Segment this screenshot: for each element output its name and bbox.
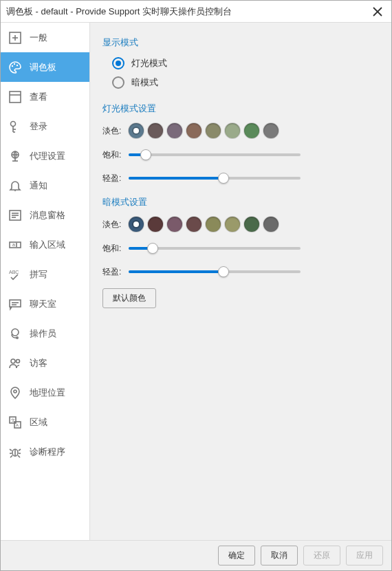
color-swatch[interactable] [244,217,259,232]
svg-line-42 [19,449,21,451]
svg-point-7 [17,64,18,65]
svg-point-33 [17,359,20,363]
default-colors-button[interactable]: 默认颜色 [102,288,156,308]
chat-icon [8,297,23,312]
radio-label: 暗模式 [131,76,158,89]
brightness-label: 轻盈: [102,266,129,278]
svg-point-31 [17,336,18,338]
restore-button[interactable]: 还原 [303,546,340,565]
sidebar-item-label: 查看 [30,91,47,103]
dark-brightness-row: 轻盈: [102,265,379,279]
spellcheck-icon: ABC [8,267,23,282]
bell-icon [8,178,23,193]
color-swatch[interactable] [148,217,163,232]
sidebar-item-label: 消息窗格 [30,209,65,222]
display-mode-title: 显示模式 [102,36,379,49]
sidebar-item-diagnostics[interactable]: 诊断程序 [1,437,89,466]
settings-window: 调色板 - default - Provide Support 实时聊天操作员控… [0,0,392,571]
sidebar-item-operators[interactable]: 操作员 [1,319,89,348]
ok-button[interactable]: 确定 [218,546,255,565]
color-swatch[interactable] [129,123,144,138]
dark-saturation-row: 饱和: [102,241,379,255]
svg-point-34 [14,390,17,393]
tint-label: 淡色: [102,125,129,137]
dark-saturation-slider[interactable] [129,241,301,255]
color-swatch[interactable] [206,217,221,232]
color-swatch[interactable] [263,123,279,138]
sidebar-item-view[interactable]: 查看 [1,82,89,111]
dark-brightness-slider[interactable] [129,265,301,279]
sidebar-item-label: 代理设置 [30,150,65,162]
svg-text:文: 文 [11,418,15,422]
sidebar-item-label: 访客 [30,357,47,369]
saturation-label: 饱和: [102,243,129,255]
sidebar-item-spelling[interactable]: ABC 拼写 [1,259,89,289]
palette-icon [8,60,23,75]
color-swatch[interactable] [263,217,279,232]
dark-tint-row: 淡色: [102,217,379,232]
body: 一般 调色板 查看 登录 代理设置 通知 [1,23,391,540]
sidebar-item-label: 聊天室 [30,298,56,310]
sidebar-item-label: 通知 [30,180,47,192]
light-settings-title: 灯光模式设置 [102,103,379,115]
sidebar-item-input-area[interactable]: a 输入区域 [1,230,89,259]
sidebar-item-label: 操作员 [30,327,56,340]
main-panel: 显示模式 灯光模式 暗模式 灯光模式设置 淡色: 饱和: [90,23,391,540]
cancel-button[interactable]: 取消 [261,546,298,565]
plus-square-icon [8,30,23,45]
sidebar-item-login[interactable]: 登录 [1,111,89,141]
svg-text:ABC: ABC [9,270,19,274]
users-icon [8,356,23,371]
svg-line-45 [10,455,12,457]
sidebar-item-label: 登录 [30,120,47,133]
translate-icon: 文A [8,415,23,430]
sidebar-item-label: 拼写 [30,268,47,281]
svg-rect-8 [10,91,21,103]
color-swatch[interactable] [148,123,163,138]
light-brightness-slider[interactable] [129,171,301,185]
svg-point-6 [14,63,15,64]
radio-dark-mode[interactable]: 暗模式 [112,76,379,89]
svg-line-46 [18,455,20,457]
color-swatch[interactable] [244,123,259,138]
sidebar-item-chatroom[interactable]: 聊天室 [1,289,89,319]
color-swatch[interactable] [186,123,202,138]
color-swatch[interactable] [167,123,182,138]
radio-light-mode[interactable]: 灯光模式 [112,57,379,69]
key-icon [8,119,23,134]
sidebar-item-label: 输入区域 [30,239,65,251]
color-swatch[interactable] [129,217,144,232]
sidebar-item-label: 调色板 [30,61,56,74]
sidebar-item-locale[interactable]: 文A 区域 [1,407,89,437]
close-button[interactable] [369,3,386,20]
color-swatch[interactable] [167,217,182,232]
radio-icon [112,76,124,89]
color-swatch[interactable] [225,123,240,138]
apply-button[interactable]: 应用 [346,546,383,565]
titlebar: 调色板 - default - Provide Support 实时聊天操作员控… [1,1,391,23]
color-swatch[interactable] [206,123,221,138]
color-swatch[interactable] [186,217,202,232]
radio-icon [112,57,124,69]
sidebar-item-proxy[interactable]: 代理设置 [1,141,89,171]
sidebar-item-palette[interactable]: 调色板 [1,52,89,82]
tint-label: 淡色: [102,219,129,230]
light-saturation-slider[interactable] [129,148,301,162]
sidebar-item-message-pane[interactable]: 消息窗格 [1,200,89,230]
display-mode-radio-group: 灯光模式 暗模式 [102,57,379,89]
sidebar-item-label: 地理位置 [30,387,65,399]
radio-label: 灯光模式 [131,57,167,69]
color-swatch[interactable] [225,217,240,232]
sidebar-item-geolocation[interactable]: 地理位置 [1,378,89,407]
bug-icon [8,444,23,460]
sidebar-item-visitors[interactable]: 访客 [1,348,89,378]
svg-point-30 [12,329,19,336]
dark-swatches [129,217,279,232]
sidebar-item-label: 区域 [30,416,47,429]
svg-text:A: A [16,423,19,427]
saturation-label: 饱和: [102,149,129,161]
globe-stand-icon [8,149,23,164]
sidebar-item-notifications[interactable]: 通知 [1,171,89,200]
svg-rect-27 [10,300,21,307]
sidebar-item-general[interactable]: 一般 [1,23,89,52]
